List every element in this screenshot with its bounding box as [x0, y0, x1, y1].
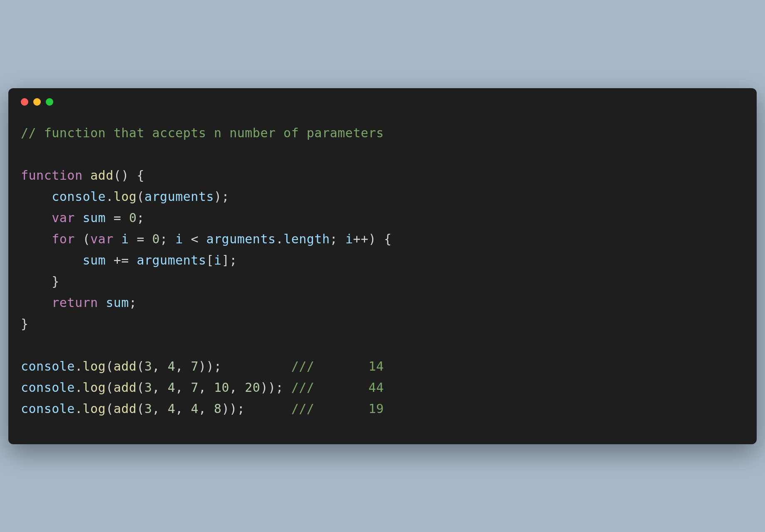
indent — [21, 253, 83, 267]
comma: , — [152, 359, 168, 374]
identifier-i: i — [214, 253, 222, 267]
log-method: log — [114, 189, 137, 204]
log-method: log — [83, 359, 106, 374]
console-object: console — [52, 189, 106, 204]
keyword-for: for — [52, 232, 75, 246]
paren-close: )); — [260, 380, 291, 395]
semicolon: ; — [129, 295, 137, 310]
semicolon: ; — [160, 232, 175, 246]
paren-close: )); — [222, 401, 291, 416]
number-literal: 0 — [129, 210, 137, 225]
dot: . — [75, 401, 83, 416]
arguments-identifier: arguments — [206, 232, 276, 246]
comma: , — [152, 380, 168, 395]
operator-lt: < — [191, 232, 206, 246]
terminal-window: // function that accepts n number of par… — [8, 88, 757, 444]
comma: , — [229, 380, 245, 395]
keyword-var: var — [90, 232, 114, 246]
increment-brace: ++) { — [353, 232, 392, 246]
number-literal: 4 — [168, 401, 176, 416]
indent — [21, 274, 52, 289]
identifier-i: i — [114, 232, 137, 246]
comma: , — [175, 359, 191, 374]
paren-open: ( — [106, 401, 114, 416]
number-literal: 3 — [144, 380, 152, 395]
function-call: add — [114, 380, 137, 395]
operator-assign: = — [137, 232, 152, 246]
console-object: console — [21, 380, 75, 395]
brace-close: } — [52, 274, 60, 289]
number-literal: 7 — [191, 359, 199, 374]
dot: . — [106, 189, 114, 204]
identifier-sum: sum — [83, 253, 114, 267]
function-call: add — [114, 401, 137, 416]
paren-open: ( — [137, 189, 144, 204]
console-object: console — [21, 401, 75, 416]
indent — [21, 295, 52, 310]
indent — [21, 232, 52, 246]
paren-close: )); — [199, 359, 291, 374]
paren-open: ( — [106, 380, 114, 395]
paren-close: ); — [214, 189, 229, 204]
function-call: add — [114, 359, 137, 374]
brace: { — [129, 168, 144, 183]
number-literal: 8 — [214, 401, 222, 416]
identifier-sum: sum — [98, 295, 129, 310]
brace-close: } — [21, 317, 29, 331]
number-literal: 20 — [245, 380, 260, 395]
length-property: length — [283, 232, 330, 246]
semicolon: ; — [330, 232, 345, 246]
code-comment: // function that accepts n number of par… — [21, 126, 384, 140]
operator-assign: = — [114, 210, 129, 225]
comma: , — [175, 380, 191, 395]
number-literal: 4 — [191, 401, 199, 416]
keyword-return: return — [52, 295, 98, 310]
code-comment: /// 19 — [291, 401, 384, 416]
minimize-button[interactable] — [33, 98, 41, 106]
indent — [21, 210, 52, 225]
indent — [21, 189, 52, 204]
number-literal: 10 — [214, 380, 229, 395]
paren-open: ( — [75, 232, 90, 246]
code-editor[interactable]: // function that accepts n number of par… — [21, 122, 744, 419]
paren-open: ( — [137, 359, 144, 374]
window-controls — [21, 98, 744, 106]
close-button[interactable] — [21, 98, 28, 106]
paren-open: ( — [137, 380, 144, 395]
number-literal: 7 — [191, 380, 199, 395]
punctuation: () — [114, 168, 129, 183]
keyword-function: function — [21, 168, 83, 183]
number-literal: 4 — [168, 380, 176, 395]
dot: . — [75, 380, 83, 395]
log-method: log — [83, 380, 106, 395]
dot: . — [75, 359, 83, 374]
number-literal: 0 — [152, 232, 160, 246]
comma: , — [199, 401, 214, 416]
arguments-identifier: arguments — [137, 253, 206, 267]
arguments-identifier: arguments — [144, 189, 214, 204]
keyword-var: var — [52, 210, 75, 225]
dot: . — [276, 232, 284, 246]
code-comment: /// 14 — [291, 359, 384, 374]
maximize-button[interactable] — [46, 98, 53, 106]
comma: , — [175, 401, 191, 416]
bracket-open: [ — [206, 253, 214, 267]
bracket-close: ]; — [222, 253, 237, 267]
function-name: add — [90, 168, 114, 183]
paren-open: ( — [137, 401, 144, 416]
identifier-i: i — [345, 232, 353, 246]
number-literal: 3 — [144, 401, 152, 416]
comma: , — [152, 401, 168, 416]
number-literal: 4 — [168, 359, 176, 374]
paren-open: ( — [106, 359, 114, 374]
number-literal: 3 — [144, 359, 152, 374]
console-object: console — [21, 359, 75, 374]
operator-pluseq: += — [114, 253, 137, 267]
identifier-i: i — [175, 232, 191, 246]
identifier-sum: sum — [75, 210, 114, 225]
comma: , — [199, 380, 214, 395]
log-method: log — [83, 401, 106, 416]
code-comment: /// 44 — [291, 380, 384, 395]
semicolon: ; — [137, 210, 144, 225]
